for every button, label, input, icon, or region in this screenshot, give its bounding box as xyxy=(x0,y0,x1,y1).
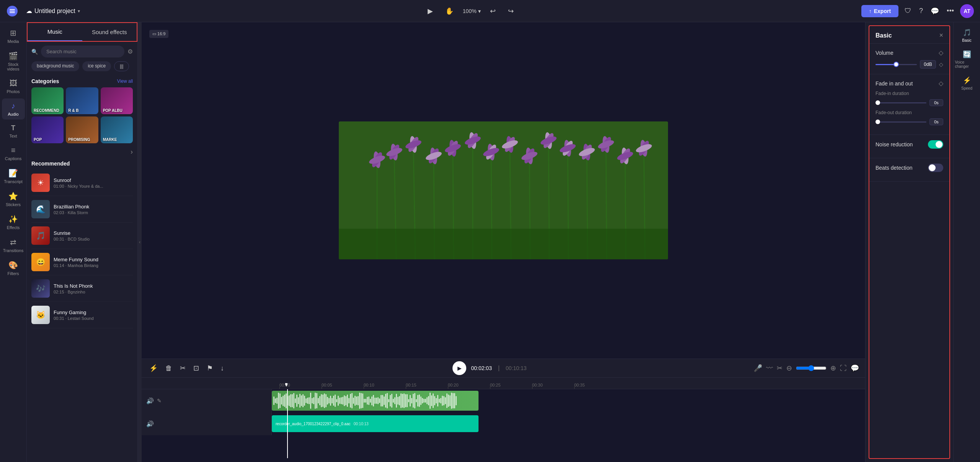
ruler-00:05: 00:05 xyxy=(322,383,364,387)
sidebar-item-audio[interactable]: ♪ Audio xyxy=(2,98,25,120)
tab-music[interactable]: Music xyxy=(28,23,82,41)
export-icon: ↑ xyxy=(869,8,872,14)
zoom-out-button[interactable]: ⊖ xyxy=(786,364,792,372)
play-mode-button[interactable]: ▶ xyxy=(425,5,436,17)
category-pop[interactable]: POP xyxy=(31,116,64,143)
rpanel-tab-basic[interactable]: 🎵 Basic xyxy=(954,25,980,46)
video-volume-icon[interactable]: 🔊 xyxy=(146,397,154,405)
rpanel-tab-voice-changer[interactable]: 🔄 Voice changer xyxy=(954,47,980,72)
video-edit-icon[interactable]: ✎ xyxy=(157,398,162,404)
track-meta-notphonk: 02:15 · Bgnzinho xyxy=(54,290,133,294)
delete-button[interactable]: 🗑 xyxy=(164,363,174,374)
categories-next[interactable]: › xyxy=(27,148,137,157)
sidebar-item-stickers[interactable]: ⭐ Stickers xyxy=(2,188,25,210)
audio-cut-button[interactable]: ✂ xyxy=(777,364,782,372)
sidebar-item-stock-videos[interactable]: 🎬 Stock videos xyxy=(2,48,25,74)
track-meta-sunroof: 01:00 · Nicky Youre & da... xyxy=(54,184,133,188)
track-item-sunrise[interactable]: 🎵 Sunrise 00:31 · BCD Studio xyxy=(31,223,133,249)
timeline-playhead[interactable]: ▼ xyxy=(287,389,288,458)
beats-detection-toggle[interactable] xyxy=(928,164,943,172)
track-item-not-phonk[interactable]: 🎶 This Is Not Phonk 02:15 · Bgnzinho xyxy=(31,275,133,302)
zoom-slider[interactable] xyxy=(796,365,826,371)
category-promising[interactable]: PROMISING xyxy=(66,116,98,143)
sidebar-item-filters[interactable]: 🎨 Filters xyxy=(2,257,25,279)
track-name-notphonk: This Is Not Phonk xyxy=(54,283,133,289)
sidebar-label-photos: Photos xyxy=(7,89,20,94)
track-meta-sunrise: 00:31 · BCD Studio xyxy=(54,237,133,241)
category-label-market: MARKE xyxy=(103,138,117,142)
flag-button[interactable]: ⚑ xyxy=(205,362,214,374)
track-item-brazillian-phonk[interactable]: 🌊 Brazillian Phonk 02:03 · Killa Storm xyxy=(31,196,133,223)
help-icon[interactable]: ? xyxy=(918,5,924,16)
tag-background-music[interactable]: background music xyxy=(31,61,79,71)
search-input[interactable] xyxy=(41,46,124,57)
fade-in-slider[interactable] xyxy=(875,102,926,103)
play-button[interactable]: ▶ xyxy=(452,361,466,375)
feedback-icon[interactable]: 💬 xyxy=(929,5,941,17)
audio-wave-button[interactable]: 〰 xyxy=(766,364,773,372)
rpanel-tab-speed[interactable]: ⚡ Speed xyxy=(954,73,980,93)
category-rnb[interactable]: R & B xyxy=(66,87,98,114)
track-item-sunroof[interactable]: ☀ Sunroof 01:00 · Nicky Youre & da... xyxy=(31,170,133,196)
view-all-button[interactable]: View all xyxy=(117,79,133,84)
export-button[interactable]: ↑ Export xyxy=(861,5,898,17)
shield-icon[interactable]: 🛡 xyxy=(903,5,913,16)
tag-ice-spice[interactable]: ice spice xyxy=(82,61,111,71)
video-clip[interactable] xyxy=(272,391,479,411)
sidebar-item-effects[interactable]: ✨ Effects xyxy=(2,211,25,233)
sidebar-item-media[interactable]: ⊞ Media xyxy=(2,25,25,47)
more-options-icon[interactable]: ••• xyxy=(945,5,956,16)
split-button[interactable]: ⚡ xyxy=(148,362,159,374)
speed-icon: ⚡ xyxy=(963,76,971,85)
panel-collapse-handle[interactable]: ‹ xyxy=(138,22,142,462)
category-market[interactable]: MARKE xyxy=(101,116,133,143)
tag-more[interactable]: ||| xyxy=(114,61,129,71)
download-button[interactable]: ↓ xyxy=(219,363,225,374)
crop-button[interactable]: ⊡ xyxy=(192,362,201,374)
volume-slider-thumb[interactable] xyxy=(893,62,899,67)
fade-in-slider-thumb[interactable] xyxy=(875,100,880,105)
mic-button[interactable]: 🎤 xyxy=(754,364,762,372)
sidebar-item-transcript[interactable]: 📝 Transcript xyxy=(2,165,25,187)
zoom-chevron-icon: ▾ xyxy=(478,8,481,14)
category-recommend[interactable]: RECOMMEND xyxy=(31,87,64,114)
undo-button[interactable]: ↩ xyxy=(487,5,499,17)
sidebar-item-photos[interactable]: 🖼 Photos xyxy=(2,76,25,97)
volume-keyframe-icon[interactable]: ◇ xyxy=(939,61,943,67)
recommended-title: Recommended xyxy=(31,161,70,167)
tab-sound-effects[interactable]: Sound effects xyxy=(82,23,137,41)
hand-tool-button[interactable]: ✋ xyxy=(442,5,457,17)
audio-volume-icon[interactable]: 🔊 xyxy=(146,420,154,428)
category-label-rnb: R & B xyxy=(68,108,78,113)
fullscreen-button[interactable]: ⛶ xyxy=(840,364,847,372)
noise-reduction-row: Noise reduction xyxy=(875,140,943,149)
sidebar-item-text[interactable]: T Text xyxy=(2,121,25,141)
track-list: ☀ Sunroof 01:00 · Nicky Youre & da... 🌊 … xyxy=(27,170,137,462)
redo-button[interactable]: ↪ xyxy=(505,5,517,17)
fade-out-slider-thumb[interactable] xyxy=(875,120,880,124)
zoom-in-button[interactable]: ⊕ xyxy=(830,364,836,372)
audio-track-content[interactable]: recorder_audio_1700123422297_clip_0.aac … xyxy=(272,412,865,435)
avatar[interactable]: AT xyxy=(960,4,974,18)
fade-toggle-icon[interactable]: ◇ xyxy=(939,80,943,87)
zoom-control[interactable]: 100% ▾ xyxy=(463,8,481,14)
subtitle-button[interactable]: 💬 xyxy=(851,364,859,372)
audio-clip[interactable]: recorder_audio_1700123422297_clip_0.aac … xyxy=(272,415,479,432)
filter-button[interactable]: ⚙ xyxy=(127,48,133,55)
track-item-meme-funny[interactable]: 😄 Meme Funny Sound 01:14 · Manhoa Bintan… xyxy=(31,249,133,275)
sidebar-item-transitions[interactable]: ⇄ Transitions xyxy=(2,234,25,256)
category-pop-album[interactable]: POP ALBU xyxy=(101,87,133,114)
video-track-content[interactable] xyxy=(272,389,865,412)
volume-slider[interactable] xyxy=(875,64,917,65)
total-time: 00:10:13 xyxy=(506,365,527,371)
sidebar-item-captions[interactable]: ≡ Captions xyxy=(2,143,25,164)
trim-button[interactable]: ✂ xyxy=(178,362,187,374)
noise-reduction-toggle[interactable] xyxy=(928,140,943,149)
fade-out-slider[interactable] xyxy=(875,121,926,123)
track-name-sunrise: Sunrise xyxy=(54,230,133,236)
panel-close-button[interactable]: × xyxy=(939,31,943,39)
center-area: ▭ 16:9 xyxy=(142,22,865,462)
project-selector[interactable]: ☁ Untitled project ▾ xyxy=(26,7,80,15)
volume-toggle-icon[interactable]: ◇ xyxy=(939,49,943,56)
track-item-funny-gaming[interactable]: 🐱 Funny Gaming 00:31 · Lestari Sound xyxy=(31,302,133,328)
